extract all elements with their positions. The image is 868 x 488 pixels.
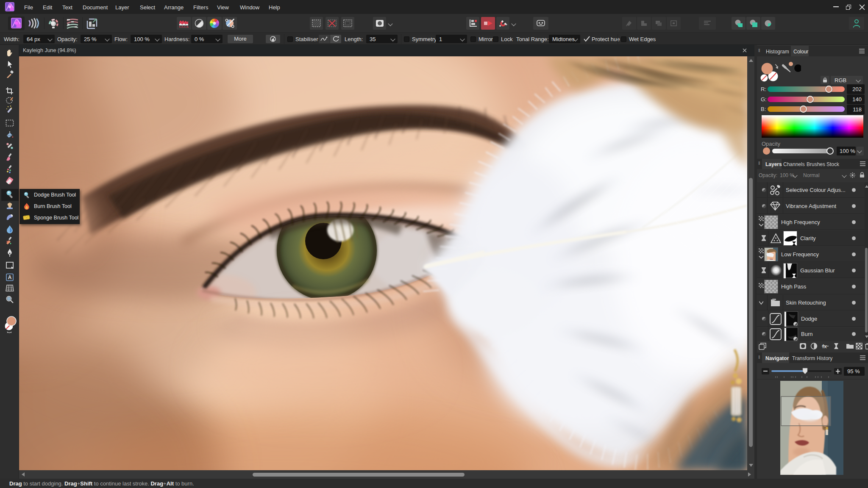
svg-text:fx: fx — [822, 344, 827, 349]
svg-text:A: A — [8, 274, 12, 280]
